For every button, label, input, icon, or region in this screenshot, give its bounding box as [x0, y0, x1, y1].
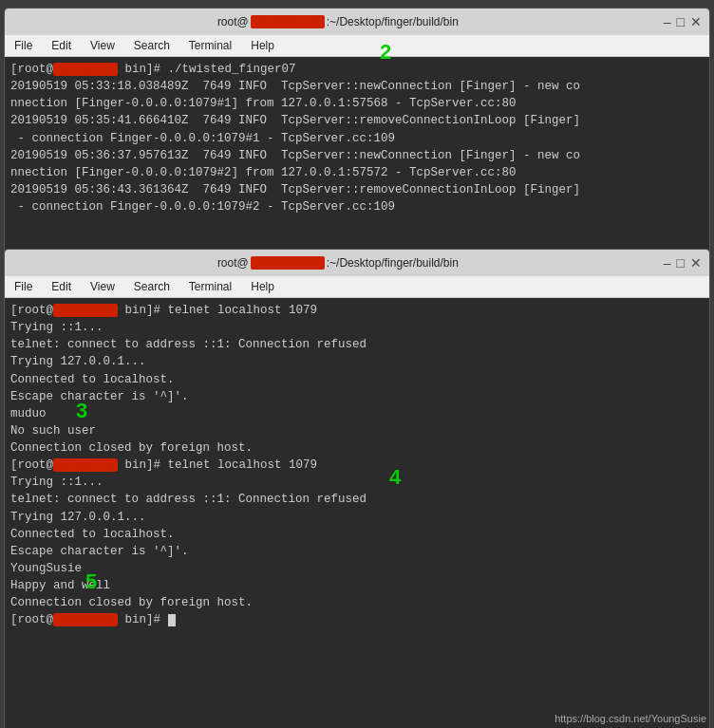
- cmd-line-2: [root@REDACTED bin]# telnet localhost 10…: [10, 458, 317, 472]
- output-connected2: Connected to localhost.: [10, 528, 175, 541]
- input-youngsusie: YoungSusie: [10, 562, 82, 575]
- menu-search-top[interactable]: Search: [132, 37, 172, 54]
- minimize-button-top[interactable]: –: [664, 14, 671, 29]
- titlebar-bottom: root@REDACTED:~/Desktop/finger/build/bin…: [5, 250, 709, 276]
- blank-line-top: [10, 217, 18, 231]
- minimize-button-bottom[interactable]: –: [664, 255, 671, 271]
- log-line-3: 20190519 05:36:37.957613Z 7649 INFO TcpS…: [10, 149, 580, 179]
- terminal-body-bottom: [root@REDACTED bin]# telnet localhost 10…: [5, 298, 709, 728]
- output-nosuchuser: No such user: [10, 424, 96, 438]
- hostname-bottom: REDACTED: [251, 256, 325, 270]
- prompt-line-1: [root@REDACTED bin]# ./twisted_finger07: [10, 63, 296, 76]
- maximize-button-bottom[interactable]: □: [677, 255, 685, 271]
- menu-edit-top[interactable]: Edit: [49, 37, 73, 54]
- output-closed1: Connection closed by foreign host.: [10, 441, 253, 455]
- title-top: root@REDACTED:~/Desktop/finger/build/bin: [12, 15, 664, 28]
- annotation-2: 2: [380, 40, 391, 65]
- output-escape1: Escape character is '^]'.: [10, 390, 189, 403]
- terminal-body-top: [root@REDACTED bin]# ./twisted_finger07 …: [5, 57, 709, 256]
- prompt-final: [root@REDACTED bin]#: [10, 613, 176, 626]
- watermark: https://blog.csdn.net/YoungSusie: [554, 713, 706, 724]
- menu-search-bottom[interactable]: Search: [132, 278, 172, 295]
- output-refused2: telnet: connect to address ::1: Connecti…: [10, 493, 366, 506]
- hostname-top: REDACTED: [251, 15, 325, 28]
- terminal-window-bottom: root@REDACTED:~/Desktop/finger/build/bin…: [4, 249, 710, 728]
- input-muduo: muduo: [10, 407, 47, 420]
- title-bottom: root@REDACTED:~/Desktop/finger/build/bin: [12, 256, 664, 270]
- annotation-3: 3: [76, 399, 87, 423]
- terminal-window-top: root@REDACTED:~/Desktop/finger/build/bin…: [4, 8, 710, 257]
- menu-help-bottom[interactable]: Help: [249, 278, 276, 295]
- close-button-bottom[interactable]: ✕: [690, 255, 702, 271]
- annotation-5: 5: [85, 569, 97, 594]
- output-trying1: Trying ::1...: [10, 321, 103, 334]
- log-line-2: 20190519 05:35:41.666410Z 7649 INFO TcpS…: [10, 114, 580, 144]
- log-line-4: 20190519 05:36:43.361364Z 7649 INFO TcpS…: [10, 183, 580, 214]
- output-closed2: Connection closed by foreign host.: [10, 596, 253, 609]
- menu-terminal-top[interactable]: Terminal: [187, 37, 234, 54]
- menu-view-bottom[interactable]: View: [88, 278, 117, 295]
- output-trying3: Trying ::1...: [10, 476, 103, 489]
- log-line-1: 20190519 05:33:18.038489Z 7649 INFO TcpS…: [10, 80, 580, 110]
- output-trying2: Trying 127.0.0.1...: [10, 355, 146, 368]
- menu-view-top[interactable]: View: [88, 37, 117, 54]
- titlebar-top: root@REDACTED:~/Desktop/finger/build/bin…: [5, 9, 709, 35]
- menu-file-bottom[interactable]: File: [12, 278, 34, 295]
- output-refused1: telnet: connect to address ::1: Connecti…: [10, 338, 366, 351]
- menu-help-top[interactable]: Help: [249, 37, 276, 54]
- menubar-top: File Edit View Search Terminal Help: [5, 35, 709, 57]
- window-controls-bottom[interactable]: – □ ✕: [664, 255, 702, 271]
- maximize-button-top[interactable]: □: [677, 14, 685, 29]
- annotation-4: 4: [389, 465, 401, 490]
- output-connected1: Connected to localhost.: [10, 373, 175, 386]
- output-escape2: Escape character is '^]'.: [10, 545, 189, 558]
- cmd-line-1: [root@REDACTED bin]# telnet localhost 10…: [10, 304, 317, 317]
- close-button-top[interactable]: ✕: [690, 14, 702, 29]
- output-trying4: Trying 127.0.0.1...: [10, 511, 146, 524]
- window-controls-top[interactable]: – □ ✕: [664, 14, 702, 29]
- menu-terminal-bottom[interactable]: Terminal: [187, 278, 234, 295]
- menubar-bottom: File Edit View Search Terminal Help: [5, 276, 709, 298]
- menu-file-top[interactable]: File: [12, 37, 34, 54]
- menu-edit-bottom[interactable]: Edit: [49, 278, 73, 295]
